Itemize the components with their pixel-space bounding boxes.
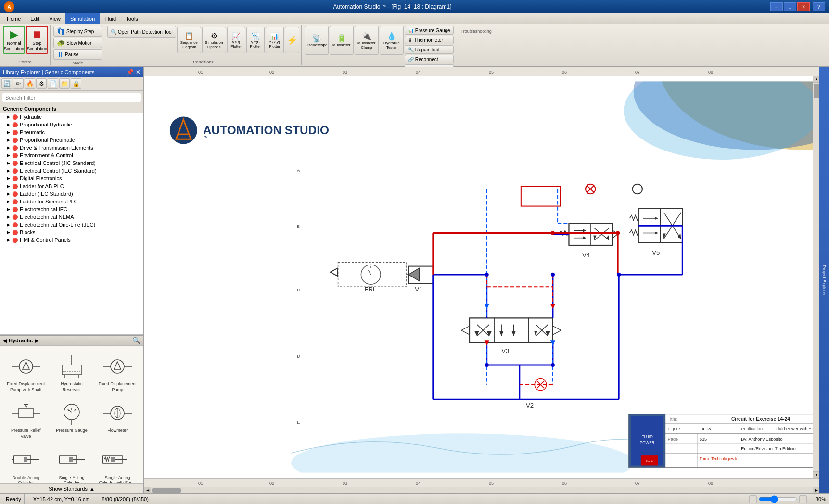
- tree-item-env[interactable]: ▶ 🔴 Environment & Control: [0, 151, 143, 159]
- menu-simulation[interactable]: Simulation: [65, 13, 100, 24]
- v3-valve: V3: [461, 318, 561, 354]
- step-label: Step by Step: [66, 29, 94, 34]
- ruler-bottom-02: 02: [269, 481, 274, 486]
- normal-simulation-button[interactable]: ▶ NormalSimulation: [3, 26, 25, 54]
- vertical-scrollbar[interactable]: ▲ ▼: [813, 76, 819, 478]
- tree-item-hydraulic[interactable]: ▶ 🔴 Hydraulic: [0, 113, 143, 121]
- tree-item-drive[interactable]: ▶ 🔴 Drive & Transmission Elements: [0, 144, 143, 151]
- repair-tool-btn[interactable]: 🔧 Repair Tool: [405, 45, 454, 54]
- svg-text:A: A: [297, 168, 300, 173]
- comp-item-single-spring[interactable]: Single-Acting Cylinder with Spri...: [96, 443, 140, 483]
- tree-item-proportional-hydraulic[interactable]: ▶ 🔴 Proportional Hydraulic: [0, 121, 143, 128]
- lib-tool-3[interactable]: 🔥: [25, 78, 35, 89]
- lib-tool-2[interactable]: ✏: [13, 78, 24, 89]
- tree-item-digital[interactable]: ▶ 🔴 Digital Electronics: [0, 175, 143, 182]
- hydraulic-tester-button[interactable]: 💧 HydraulicTester: [380, 26, 404, 55]
- help-button[interactable]: ?: [813, 2, 825, 11]
- lib-close-icon[interactable]: ✕: [136, 69, 140, 76]
- zoom-slider[interactable]: [759, 495, 797, 503]
- slow-motion-button[interactable]: 🐢 Slow Motion: [53, 38, 102, 48]
- lib-tool-4[interactable]: ⚙: [36, 78, 47, 89]
- multimeter-button[interactable]: 🔋 Multimeter: [330, 26, 354, 55]
- reconnect-icon: 🔗: [408, 57, 414, 62]
- tree-item-elec-iec[interactable]: ▶ 🔴 Electrical Control (IEC Standard): [0, 167, 143, 175]
- toolbar-measuring-group: 📡 Oscilloscope 🔋 Multimeter 🔌 Multimeter…: [303, 25, 456, 65]
- vscroll-down-btn[interactable]: ▼: [813, 471, 819, 478]
- lib-tool-5[interactable]: 📄: [48, 78, 58, 89]
- flash-button[interactable]: ⚡: [285, 27, 299, 53]
- minimize-button[interactable]: ─: [770, 2, 783, 11]
- simulation-options-button[interactable]: ⚙ SimulationOptions: [202, 27, 226, 53]
- lib-tool-7[interactable]: 🔒: [71, 78, 81, 89]
- step-by-step-button[interactable]: 👣 Step by Step: [53, 26, 102, 37]
- tree-expand-ej: ▶: [7, 161, 10, 165]
- comp-item-flowmeter[interactable]: Flowmeter: [96, 396, 140, 441]
- svg-rect-115: [144, 479, 819, 487]
- arrow-down-1: [485, 304, 489, 309]
- tree-item-ladder-iec[interactable]: ▶ 🔴 Ladder (IEC Standard): [0, 190, 143, 198]
- show-standards-button[interactable]: Show Standards ▲: [0, 483, 143, 493]
- menu-tools[interactable]: Tools: [121, 13, 143, 24]
- svg-text:D: D: [297, 354, 300, 359]
- tree-item-ladder-siemens[interactable]: ▶ 🔴 Ladder for Siemens PLC: [0, 198, 143, 205]
- reconnect-btn[interactable]: 🔗 Reconnect: [405, 55, 454, 63]
- comp-item-fixed-pump-shaft[interactable]: Fixed Displacement Pump with Shaft: [4, 350, 48, 394]
- tree-item-prop-pneumatic[interactable]: ▶ 🔴 Proportional Pneumatic: [0, 136, 143, 144]
- lib-tool-1[interactable]: 🔄: [1, 78, 12, 89]
- tree-expand-ph: ▶: [7, 122, 10, 127]
- tree-item-ladder-ab[interactable]: ▶ 🔴 Ladder for AB PLC: [0, 182, 143, 190]
- status-pages-text: 8/80 (8/200) (8/350): [102, 496, 149, 502]
- yxt-plotter-button[interactable]: 📉 y x(t)Plotter: [246, 27, 265, 53]
- search-input[interactable]: [2, 93, 141, 102]
- canvas-content[interactable]: AUTOMATION STUDIO ™ FRL: [144, 76, 819, 478]
- tree-item-elec-jic[interactable]: ▶ 🔴 Electrical Control (JIC Standard): [0, 159, 143, 167]
- zxy-plotter-button[interactable]: 📊 z (x,y)Plotter: [266, 27, 284, 53]
- tree-item-elec-tech-nema[interactable]: ▶ 🔴 Electrotechnical NEMA: [0, 213, 143, 221]
- menu-fluid[interactable]: Fluid: [100, 13, 121, 24]
- pause-button[interactable]: ⏸ Pause: [53, 49, 102, 60]
- sequence-diagram-button[interactable]: 📋 SequenceDiagram: [177, 27, 201, 53]
- close-button[interactable]: ✕: [797, 2, 810, 11]
- menu-view[interactable]: View: [44, 13, 65, 24]
- oscilloscope-button[interactable]: 📡 Oscilloscope: [305, 26, 329, 55]
- zoom-out-button[interactable]: −: [749, 495, 757, 503]
- clamp-label: MultimeterClamp: [357, 41, 375, 50]
- horizontal-scrollbar[interactable]: ◀ ▶: [144, 487, 819, 493]
- maximize-button[interactable]: □: [784, 2, 796, 11]
- tree-bullet-pp: 🔴: [12, 138, 18, 143]
- toolbar-conditions-group: 🔍 Open Path Detection Tool 📋 SequenceDia…: [105, 25, 302, 65]
- comp-search-btn[interactable]: 🔍: [132, 337, 140, 344]
- stop-simulation-button[interactable]: ⏹ StopSimulation: [26, 26, 48, 54]
- as-logo: AUTOMATION STUDIO ™: [170, 117, 329, 144]
- tree-item-elec-one-line[interactable]: ▶ 🔴 Electrotechnical One-Line (JEC): [0, 221, 143, 228]
- comp-item-pressure-relief[interactable]: Pressure Relief Valve: [4, 396, 48, 441]
- hscroll-right-btn[interactable]: ▶: [813, 487, 819, 494]
- tree-bullet-lab: 🔴: [12, 184, 18, 189]
- comp-item-fixed-pump[interactable]: Fixed Displacement Pump: [96, 350, 140, 394]
- yft-plotter-button[interactable]: 📈 y f(t)Plotter: [227, 27, 245, 53]
- comp-item-double-acting[interactable]: Double-Acting Cylinder: [4, 443, 48, 483]
- tree-item-elec-tech-iec[interactable]: ▶ 🔴 Electrotechnical IEC: [0, 205, 143, 213]
- tree-item-pneumatic[interactable]: ▶ 🔴 Pneumatic: [0, 128, 143, 136]
- tree-item-blocks[interactable]: ▶ 🔴 Blocks: [0, 228, 143, 236]
- vscroll-up-btn[interactable]: ▲: [813, 76, 819, 83]
- hscroll-left-btn[interactable]: ◀: [144, 487, 151, 494]
- lib-pin-icon[interactable]: 📌: [127, 69, 134, 76]
- vscroll-thumb[interactable]: [814, 84, 819, 98]
- pressure-gauge-btn[interactable]: 📊 Pressure Gauge: [405, 26, 454, 35]
- lib-tool-6[interactable]: 📁: [59, 78, 70, 89]
- ruler-bottom-06: 06: [562, 481, 567, 486]
- menu-edit[interactable]: Edit: [26, 13, 44, 24]
- comp-item-hydrostatic-reservoir[interactable]: Hydrostatic Reservoir: [50, 350, 93, 394]
- thermometer-btn[interactable]: 🌡 Thermometer: [405, 36, 454, 44]
- tree-item-hmi[interactable]: ▶ 🔴 HMI & Control Panels: [0, 236, 143, 244]
- tree-elec-tech-iec-label: Electrotechnical IEC: [20, 206, 67, 212]
- comp-item-pressure-gauge[interactable]: Pressure Gauge: [50, 396, 93, 441]
- hscroll-thumb[interactable]: [152, 488, 181, 493]
- menu-home[interactable]: Home: [2, 13, 26, 24]
- tree-bullet-e: 🔴: [12, 153, 18, 158]
- open-path-detection-button[interactable]: 🔍 Open Path Detection Tool: [107, 26, 176, 38]
- zoom-in-button[interactable]: +: [799, 495, 807, 503]
- comp-item-single-acting[interactable]: Single-Acting Cylinder: [50, 443, 93, 483]
- multimeter-clamp-button[interactable]: 🔌 MultimeterClamp: [355, 26, 379, 55]
